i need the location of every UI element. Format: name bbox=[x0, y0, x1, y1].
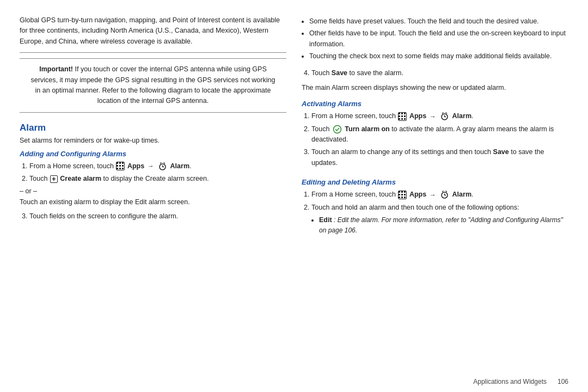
activating-step-1: From a Home screen, touch bbox=[311, 111, 568, 121]
editing-deleting-title: Editing and Deleting Alarms bbox=[302, 178, 568, 186]
adding-configuring-section: Adding and Configuring Alarms From a Hom… bbox=[20, 150, 286, 222]
edit-options-list: Edit : Edit the alarm. For more informat… bbox=[311, 215, 568, 236]
adding-configuring-title: Adding and Configuring Alarms bbox=[20, 150, 286, 158]
svg-line-8 bbox=[442, 113, 444, 114]
bullet-preset-values: Some fields have preset values. Touch th… bbox=[309, 16, 568, 27]
create-alarm-plus-icon: + bbox=[50, 175, 58, 183]
svg-line-15 bbox=[446, 191, 448, 192]
activating-step-3: Touch an alarm to change any of its sett… bbox=[311, 147, 568, 168]
adding-step3-list: Touch fields on the screen to configure … bbox=[20, 211, 286, 222]
activating-step-2: Touch Turn alarm on to activate the alar… bbox=[311, 124, 568, 145]
alarm-clock-icon bbox=[158, 162, 167, 171]
svg-line-14 bbox=[442, 191, 444, 192]
save-step: Touch Save to save the alarm. bbox=[311, 68, 568, 78]
svg-line-4 bbox=[164, 162, 166, 163]
editing-step-2: Touch and hold an alarm and then touch o… bbox=[311, 203, 568, 236]
activating-steps-list: From a Home screen, touch bbox=[302, 111, 568, 168]
apps-grid-icon bbox=[116, 162, 125, 170]
edit-option-edit: Edit : Edit the alarm. For more informat… bbox=[319, 215, 568, 236]
svg-point-10 bbox=[333, 125, 341, 133]
preset-fields-list: Some fields have preset values. Touch th… bbox=[302, 16, 568, 64]
alarm-clock-icon-3 bbox=[440, 190, 449, 199]
footer-page-number: 106 bbox=[558, 378, 568, 385]
apps-grid-icon-2 bbox=[398, 112, 407, 121]
page: Global GPS turn-by-turn navigation, mapp… bbox=[0, 0, 588, 392]
alarm-section-title: Alarm bbox=[20, 122, 286, 133]
editing-steps-list: From a Home screen, touch bbox=[302, 189, 568, 236]
important-box: Important! If you touch or cover the int… bbox=[20, 58, 286, 113]
adding-step-1: From a Home screen, touch bbox=[29, 161, 286, 171]
important-label: Important! If you touch or cover the int… bbox=[31, 65, 275, 105]
alarm-clock-icon-2 bbox=[440, 112, 449, 121]
adding-step-3: Touch fields on the screen to configure … bbox=[29, 211, 286, 222]
editing-deleting-section: Editing and Deleting Alarms From a Home … bbox=[302, 178, 568, 241]
bullet-other-fields: Other fields have to be input. Touch the… bbox=[309, 28, 568, 50]
right-column: Some fields have preset values. Touch th… bbox=[302, 15, 568, 381]
editing-step-1: From a Home screen, touch bbox=[311, 189, 568, 200]
left-column: Global GPS turn-by-turn navigation, mapp… bbox=[20, 15, 286, 381]
activating-alarms-section: Activating Alarms From a Home screen, to… bbox=[302, 100, 568, 171]
bullet-check-box: Touching the check box next to some fiel… bbox=[309, 51, 568, 62]
save-step-list: Touch Save to save the alarm. bbox=[302, 68, 568, 81]
footer-left-text: Applications and Widgets bbox=[473, 378, 547, 385]
turn-alarm-on-icon bbox=[333, 125, 342, 134]
apps-grid-icon-3 bbox=[398, 191, 407, 199]
adding-steps-list: From a Home screen, touch bbox=[20, 161, 286, 185]
existing-alarm-note: Touch an existing alarm to display the E… bbox=[20, 197, 286, 207]
alarm-section: Alarm Set alarms for reminders or for wa… bbox=[20, 122, 286, 229]
alarm-description: Set alarms for reminders or for wake-up … bbox=[20, 137, 286, 144]
footer: Applications and Widgets 106 bbox=[473, 378, 568, 385]
alarm-screen-note: The main Alarm screen displays showing t… bbox=[302, 83, 568, 93]
adding-step-2: Touch + Create alarm to display the Crea… bbox=[29, 174, 286, 184]
activating-alarms-title: Activating Alarms bbox=[302, 100, 568, 108]
or-separator: – or – bbox=[20, 187, 286, 195]
svg-line-9 bbox=[446, 113, 448, 114]
gps-intro-text: Global GPS turn-by-turn navigation, mapp… bbox=[20, 15, 286, 53]
svg-line-3 bbox=[160, 162, 162, 163]
